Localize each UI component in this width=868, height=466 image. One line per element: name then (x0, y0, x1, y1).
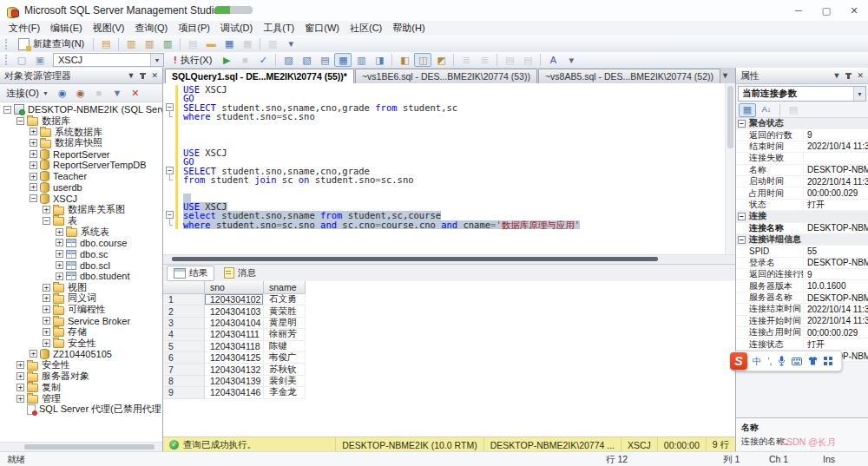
tree-item-系统表[interactable]: +系统表 (0, 226, 162, 238)
expand-icon[interactable]: + (56, 228, 63, 236)
expand-icon[interactable]: + (56, 239, 63, 246)
property-row-启动时间[interactable]: 启动时间2022/10/14 11:32:0 (736, 176, 868, 187)
collapse-icon[interactable]: − (16, 117, 24, 125)
tree-item-DESKTOP-NBME2IK (SQL Server 10.0.160[interactable]: −DESKTOP-NBME2IK (SQL Server 10.0.160 (0, 104, 162, 115)
expand-icon[interactable]: + (30, 128, 37, 135)
property-category-聚合状态[interactable]: −聚合状态 (736, 118, 868, 129)
sql-editor[interactable]: USE XSCJGOSELECT student.sno,sname,cno,g… (163, 83, 735, 254)
collapse-icon[interactable]: − (30, 194, 37, 202)
property-row-占用时间[interactable]: 占用时间00:00:00.029 (736, 187, 868, 199)
toolbar-grip[interactable] (5, 39, 10, 49)
results-cell[interactable]: 黄荣胜 (264, 305, 306, 317)
expand-icon[interactable]: + (30, 183, 37, 191)
property-category-连接[interactable]: −连接 (736, 211, 868, 222)
soft-keyboard-icon[interactable] (792, 358, 802, 365)
expand-icon[interactable]: + (16, 384, 24, 391)
property-row-返回的连接行数[interactable]: 返回的连接行数9 (736, 269, 868, 280)
active-files-chevron-icon[interactable]: ▼ (721, 72, 729, 80)
chinese-mode-icon[interactable]: 中 (753, 357, 762, 365)
results-to-file-icon[interactable]: ▥ (352, 53, 370, 67)
menu-item-文件(F)[interactable]: 文件(F) (3, 21, 45, 36)
collapse-icon[interactable]: − (3, 106, 11, 114)
property-category-连接详细信息[interactable]: −连接详细信息 (736, 234, 868, 246)
punctuation-mode-icon[interactable]: ', (768, 357, 773, 365)
collapse-icon[interactable]: − (738, 236, 746, 244)
maximize-button[interactable]: ▢ (812, 0, 840, 21)
row-number[interactable]: 7 (163, 364, 205, 375)
results-cell[interactable]: 1204304132 (205, 364, 264, 375)
results-cell[interactable]: 韦俊广 (264, 352, 306, 364)
new-database-engine-query-icon[interactable]: ▥ (122, 37, 140, 51)
menu-item-查询(Q)[interactable]: 查询(Q) (129, 21, 173, 36)
expand-icon[interactable]: + (30, 150, 37, 158)
expand-icon[interactable]: + (43, 206, 50, 213)
microphone-icon[interactable] (778, 356, 786, 366)
results-cell[interactable]: 徐丽芳 (264, 329, 306, 340)
open-folder-icon[interactable]: ▬ (202, 37, 220, 51)
connect-button[interactable]: 连接(O) ▼ (3, 86, 52, 100)
toolbar-overflow-icon[interactable]: ▾ (282, 37, 299, 51)
sort-alphabetical-icon[interactable]: A↓ (758, 103, 775, 117)
close-icon[interactable]: ✕ (857, 72, 864, 80)
property-row-SPID[interactable]: SPID55 (736, 246, 868, 257)
sqlcmd-mode-icon[interactable]: ◨ (371, 53, 388, 67)
code-area[interactable]: USE XSCJGOSELECT student.sno,sname,cno,g… (163, 85, 726, 254)
pin-icon[interactable] (141, 73, 144, 79)
execute-button[interactable]: ! 执行(X) (168, 53, 217, 67)
menu-item-社区(C)[interactable]: 社区(C) (345, 21, 387, 36)
skin-center-icon[interactable] (808, 357, 818, 365)
chevron-down-icon[interactable]: ▼ (833, 72, 841, 80)
categorized-icon[interactable]: ▦ (739, 103, 756, 117)
menu-item-调试(D)[interactable]: 调试(D) (215, 21, 258, 36)
results-cell[interactable]: 1204304118 (205, 341, 264, 352)
expand-icon[interactable]: + (43, 294, 50, 302)
chevron-down-icon[interactable]: ▼ (150, 54, 163, 66)
results-cell[interactable]: 陈键 (264, 341, 306, 352)
document-tab[interactable]: ~vs8AB5.sql - DES...BME2IK\20774 (52)) (538, 69, 720, 83)
expand-icon[interactable]: + (43, 328, 50, 336)
activity-window-1-icon[interactable]: ▢ (13, 53, 30, 67)
tree-item-安全性[interactable]: +安全性 (0, 338, 162, 349)
grid-corner-cell[interactable] (163, 281, 205, 294)
menu-item-视图(V)[interactable]: 视图(V) (88, 21, 130, 36)
client-statistics-icon[interactable]: ◫ (414, 53, 431, 67)
specify-template-values-icon[interactable]: A (544, 53, 562, 67)
results-cell[interactable]: 李金龙 (264, 387, 306, 398)
property-row-结束时间[interactable]: 结束时间2022/10/14 11:32:0 (736, 141, 868, 153)
minimize-button[interactable]: ─ (785, 0, 812, 21)
expand-icon[interactable]: + (16, 361, 24, 369)
disconnect-server-icon[interactable]: ◉ (72, 86, 89, 100)
query-designer-icon[interactable]: ▧ (298, 53, 315, 67)
property-row-连接结束时间[interactable]: 连接结束时间2022/10/14 11:32:0 (736, 304, 868, 315)
column-header-sno[interactable]: sno (205, 281, 264, 294)
tree-item-数据库关系图[interactable]: +数据库关系图 (0, 204, 162, 215)
document-tab[interactable]: SQLQuery1.sql - DE...ME2IK\20774 (55))* (165, 69, 354, 83)
expand-icon[interactable]: + (30, 161, 37, 169)
property-row-名称[interactable]: 名称DESKTOP-NBME2IK (736, 165, 868, 176)
properties-object-selector[interactable]: 当前连接参数 ▼ (738, 86, 866, 102)
sogou-logo-icon[interactable]: S (730, 352, 747, 370)
trace-query-icon[interactable]: ◩ (432, 53, 450, 67)
column-header-sname[interactable]: sname (264, 281, 306, 294)
row-number[interactable]: 3 (163, 318, 205, 329)
estimated-plan-icon[interactable]: ▨ (279, 53, 297, 67)
results-cell[interactable]: 1204304111 (205, 329, 264, 340)
row-number[interactable]: 2 (163, 305, 205, 317)
collapse-icon[interactable]: − (738, 120, 746, 128)
close-icon[interactable]: ✕ (151, 72, 158, 80)
expand-icon[interactable]: + (56, 261, 63, 269)
collapse-icon[interactable]: − (43, 217, 50, 225)
results-cell[interactable]: 苏秋钦 (264, 364, 306, 375)
row-number[interactable]: 4 (163, 329, 205, 340)
tree-item-数据库快照[interactable]: +数据库快照 (0, 137, 162, 148)
property-row-连接名称[interactable]: 连接名称DESKTOP-NBME2IK (736, 223, 868, 234)
editor-vscrollbar[interactable] (725, 83, 735, 254)
expand-icon[interactable]: + (30, 139, 37, 147)
tree-item-dbo.course[interactable]: +dbo.course (0, 238, 162, 249)
expand-icon[interactable]: + (43, 317, 50, 325)
results-cell[interactable]: 1204304146 (205, 387, 264, 398)
expand-icon[interactable]: + (56, 250, 63, 258)
property-row-返回的行数[interactable]: 返回的行数9 (736, 129, 868, 141)
tree-item-复制[interactable]: +复制 (0, 382, 162, 393)
expand-icon[interactable]: + (30, 350, 37, 358)
